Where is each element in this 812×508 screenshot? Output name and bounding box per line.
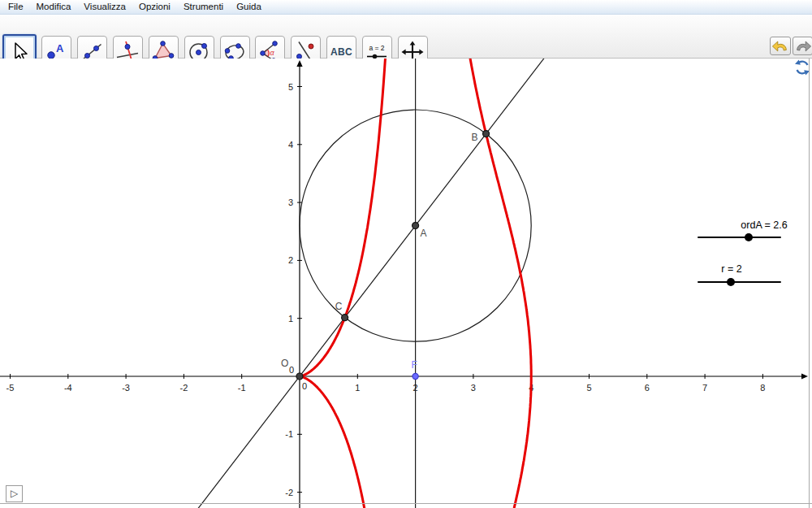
x-tick-label: -1 xyxy=(238,383,246,393)
y-zero-label: 0 xyxy=(289,365,294,375)
y-tick-label: 1 xyxy=(288,314,293,323)
play-animation-button[interactable]: ▷ xyxy=(6,485,23,502)
menu-strumenti[interactable]: Strumenti xyxy=(177,1,230,13)
window-right-edge xyxy=(809,59,810,508)
slider-label: ordA = 2.6 xyxy=(741,219,787,231)
y-tick-label: -1 xyxy=(285,429,293,439)
menu-bar: File Modifica Visualizza Opzioni Strumen… xyxy=(0,0,812,15)
point-label-A: A xyxy=(421,228,427,239)
y-tick-label: -2 xyxy=(285,488,293,497)
conchoid-inner-branch[interactable] xyxy=(300,59,386,508)
point-label-F: F xyxy=(412,359,417,371)
point-B[interactable] xyxy=(483,131,490,137)
abc-text-icon: ABC xyxy=(327,46,356,58)
svg-text:A: A xyxy=(56,42,64,54)
line-OA[interactable] xyxy=(196,59,549,508)
conchoid-outer-branch[interactable] xyxy=(446,59,532,508)
undo-button[interactable] xyxy=(770,37,791,55)
point-label-B: B xyxy=(472,132,478,143)
toolbar: ▽ A ▽ ▽ ▽ ▽ xyxy=(0,15,812,59)
x-tick-label: 7 xyxy=(702,383,707,393)
svg-text:α: α xyxy=(270,49,275,57)
x-tick-label: -3 xyxy=(122,383,130,393)
slider-label: r = 2 xyxy=(721,263,741,275)
redo-icon xyxy=(793,37,812,54)
y-axis-arrow xyxy=(296,60,302,67)
menu-modifica[interactable]: Modifica xyxy=(30,1,78,13)
point-C[interactable] xyxy=(342,315,348,321)
point-O[interactable] xyxy=(296,373,303,380)
x-zero-label: 0 xyxy=(302,381,307,391)
x-tick-label: -4 xyxy=(64,383,72,393)
x-tick-label: 6 xyxy=(645,383,650,393)
y-tick-label: 3 xyxy=(288,198,293,207)
undo-icon xyxy=(771,37,790,54)
svg-text:a = 2: a = 2 xyxy=(369,44,384,52)
x-axis-arrow xyxy=(801,373,808,379)
x-tick-label: 8 xyxy=(760,383,765,393)
x-tick-label: -5 xyxy=(6,383,15,393)
y-tick-label: 4 xyxy=(288,140,293,150)
slider-handle-1[interactable] xyxy=(727,278,735,286)
graphics-view[interactable]: -5-4-3-2-112345678-2-11234500ordA = 2.6r… xyxy=(0,59,812,508)
x-tick-label: -2 xyxy=(180,383,188,393)
x-tick-label: 3 xyxy=(471,383,476,393)
redo-button[interactable] xyxy=(793,37,812,55)
refresh-view-icon[interactable] xyxy=(794,59,810,76)
menu-file[interactable]: File xyxy=(2,1,30,13)
menu-opzioni[interactable]: Opzioni xyxy=(132,1,177,13)
x-tick-label: 5 xyxy=(586,383,591,393)
plot-svg[interactable]: -5-4-3-2-112345678-2-11234500ordA = 2.6r… xyxy=(0,59,812,508)
point-A[interactable] xyxy=(412,223,419,229)
point-F[interactable] xyxy=(412,373,418,379)
x-tick-label: 1 xyxy=(355,383,360,393)
y-tick-label: 2 xyxy=(288,255,293,265)
menu-visualizza[interactable]: Visualizza xyxy=(77,1,132,13)
menu-guida[interactable]: Guida xyxy=(230,1,268,13)
point-label-C: C xyxy=(335,301,343,312)
point-label-O: O xyxy=(281,358,288,369)
window-bottom-edge xyxy=(0,503,812,504)
slider-handle-0[interactable] xyxy=(745,233,753,241)
y-tick-label: 5 xyxy=(288,82,293,92)
